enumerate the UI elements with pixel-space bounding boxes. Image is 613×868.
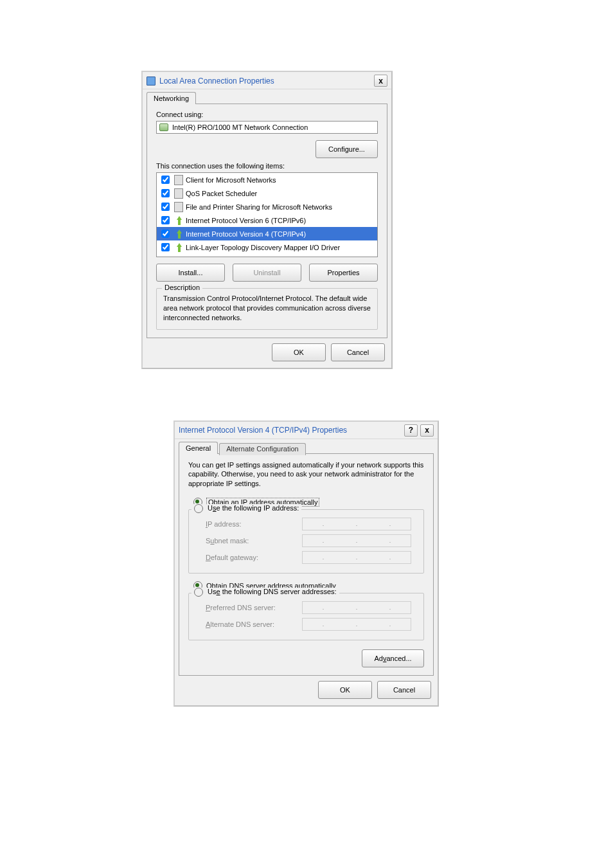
default-gateway-label: Default gateway:	[206, 554, 302, 561]
cancel-button[interactable]: Cancel	[377, 681, 431, 699]
item-checkbox[interactable]	[161, 230, 170, 238]
help-button[interactable]: ?	[404, 424, 418, 437]
item-label: QoS Packet Scheduler	[186, 190, 257, 197]
ok-button[interactable]: OK	[318, 681, 372, 699]
adapter-name: Intel(R) PRO/1000 MT Network Connection	[172, 123, 308, 131]
item-label: Internet Protocol Version 6 (TCP/IPv6)	[186, 217, 306, 224]
item-checkbox[interactable]	[161, 243, 170, 251]
ipv4-properties-dialog: Internet Protocol Version 4 (TCP/IPv4) P…	[173, 420, 439, 707]
subnet-mask-input: ...	[302, 534, 411, 547]
list-item[interactable]: QoS Packet Scheduler	[157, 186, 377, 200]
uninstall-button: Uninstall	[233, 264, 301, 282]
sharing-icon	[174, 203, 183, 212]
client-icon	[174, 176, 183, 185]
protocol-icon	[174, 243, 183, 252]
item-label: Internet Protocol Version 4 (TCP/IPv4)	[186, 230, 306, 238]
item-checkbox[interactable]	[161, 176, 170, 184]
preferred-dns-input: ...	[302, 601, 411, 614]
close-button[interactable]: x	[374, 75, 387, 87]
item-label: File and Printer Sharing for Microsoft N…	[186, 203, 332, 211]
cancel-button[interactable]: Cancel	[331, 343, 385, 361]
tab-general[interactable]: General	[179, 442, 218, 454]
list-item[interactable]: File and Printer Sharing for Microsoft N…	[157, 200, 377, 213]
adapter-field[interactable]: Intel(R) PRO/1000 MT Network Connection	[156, 121, 378, 134]
tab-strip: General Alternate Configuration	[179, 442, 434, 454]
radio-use-following-ip[interactable]: Use the following IP address:	[191, 504, 301, 513]
list-item[interactable]: Internet Protocol Version 6 (TCP/IPv6)	[157, 213, 377, 227]
window-title: Local Area Connection Properties	[159, 77, 274, 86]
ip-address-group: Use the following IP address: IP address…	[188, 509, 424, 574]
ip-address-label: IP address:	[206, 520, 302, 528]
list-item-selected[interactable]: Internet Protocol Version 4 (TCP/IPv4)	[157, 227, 377, 240]
nic-icon	[159, 123, 168, 132]
description-group: Description Transmission Control Protoco…	[156, 288, 378, 330]
radio-icon	[194, 588, 203, 597]
list-item[interactable]: Link-Layer Topology Discovery Mapper I/O…	[157, 240, 377, 254]
tab-alternate-configuration[interactable]: Alternate Configuration	[219, 443, 306, 455]
item-label: Link-Layer Topology Discovery Responder	[186, 257, 318, 258]
protocol-icon	[174, 257, 183, 258]
list-item[interactable]: Client for Microsoft Networks	[157, 173, 377, 186]
titlebar: Internet Protocol Version 4 (TCP/IPv4) P…	[175, 422, 438, 439]
tab-networking[interactable]: Networking	[147, 92, 196, 104]
ip-address-input: ...	[302, 518, 411, 530]
lan-properties-dialog: Local Area Connection Properties x Netwo…	[141, 71, 393, 369]
radio-use-following-ip-label: Use the following IP address:	[208, 504, 299, 512]
radio-icon	[194, 504, 203, 513]
configure-button[interactable]: Configure...	[315, 140, 378, 158]
subnet-mask-label: Subnet mask:	[206, 537, 302, 545]
description-text: Transmission Control Protocol/Internet P…	[163, 294, 371, 323]
advanced-button[interactable]: Advanced...	[362, 649, 424, 667]
tab-body: Connect using: Intel(R) PRO/1000 MT Netw…	[147, 104, 387, 338]
alternate-dns-input: ...	[302, 618, 411, 631]
tab-strip: Networking	[147, 92, 387, 104]
dns-server-group: Use the following DNS server addresses: …	[188, 593, 424, 640]
item-checkbox[interactable]	[161, 257, 170, 257]
window-icon	[147, 77, 155, 86]
radio-use-following-dns-label: Use the following DNS server addresses:	[208, 588, 337, 595]
install-button[interactable]: Install...	[156, 264, 225, 282]
properties-button[interactable]: Properties	[309, 264, 378, 282]
alternate-dns-label: Alternate DNS server:	[206, 620, 302, 628]
connect-using-label: Connect using:	[156, 111, 378, 118]
qos-icon	[174, 189, 183, 198]
info-text: You can get IP settings assigned automat…	[188, 460, 424, 489]
item-label: Link-Layer Topology Discovery Mapper I/O…	[186, 244, 340, 251]
protocol-icon	[174, 230, 183, 239]
list-item[interactable]: Link-Layer Topology Discovery Responder	[157, 254, 377, 257]
window-title: Internet Protocol Version 4 (TCP/IPv4) P…	[179, 426, 347, 435]
radio-use-following-dns[interactable]: Use the following DNS server addresses:	[191, 588, 339, 597]
ok-button[interactable]: OK	[272, 343, 326, 361]
default-gateway-input: ...	[302, 551, 411, 564]
item-checkbox[interactable]	[161, 189, 170, 197]
connection-items-listbox[interactable]: Client for Microsoft Networks QoS Packet…	[156, 172, 378, 257]
tab-body: You can get IP settings assigned automat…	[179, 453, 434, 676]
close-button[interactable]: x	[420, 424, 434, 437]
description-group-title: Description	[162, 284, 202, 291]
preferred-dns-label: Preferred DNS server:	[206, 604, 302, 611]
titlebar: Local Area Connection Properties x	[143, 72, 391, 89]
item-checkbox[interactable]	[161, 203, 170, 211]
protocol-icon	[174, 216, 183, 225]
item-checkbox[interactable]	[161, 216, 170, 224]
item-label: Client for Microsoft Networks	[186, 176, 276, 184]
items-label: This connection uses the following items…	[156, 162, 378, 170]
